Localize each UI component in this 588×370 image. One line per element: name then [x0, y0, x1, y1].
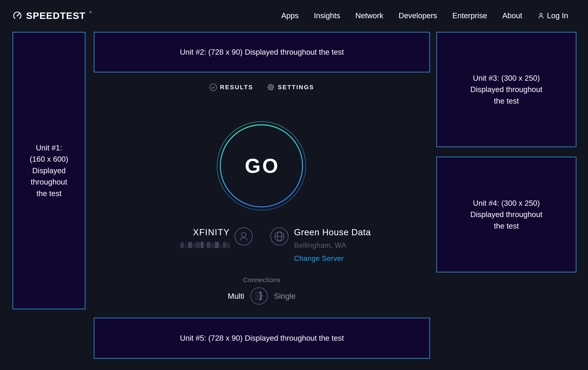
speedtest-logo[interactable]: SPEEDTEST ®: [12, 10, 91, 21]
ad-unit-3[interactable]: Unit #3: (300 x 250) Displayed throughou…: [436, 32, 577, 147]
connections-multi-option[interactable]: Multi: [228, 291, 244, 300]
isp-info: XFINITY: [180, 227, 253, 248]
go-button[interactable]: GO: [216, 121, 306, 211]
nav-item-enterprise[interactable]: Enterprise: [452, 11, 487, 20]
brand-trademark: ®: [89, 11, 92, 14]
tab-settings[interactable]: SETTINGS: [266, 83, 314, 91]
isp-text: XFINITY: [180, 227, 230, 248]
ad-unit-1[interactable]: Unit #1: (160 x 600) Displayed throughou…: [12, 32, 85, 309]
nav-item-apps[interactable]: Apps: [281, 11, 299, 20]
nav-item-about[interactable]: About: [502, 11, 522, 20]
gear-icon: [266, 83, 275, 91]
connections-single-option[interactable]: Single: [274, 291, 296, 300]
server-location: Bellingham, WA: [294, 241, 346, 250]
login-label: Log In: [547, 11, 568, 20]
ad-unit-2[interactable]: Unit #2: (728 x 90) Displayed throughout…: [94, 32, 430, 72]
nav-item-developers[interactable]: Developers: [399, 11, 437, 20]
results-settings-tabs: RESULTS SETTINGS: [209, 83, 314, 91]
login-button[interactable]: Log In: [537, 11, 568, 20]
go-button-label: GO: [216, 121, 306, 211]
tab-results-label: RESULTS: [220, 84, 253, 91]
globe-icon: [270, 227, 289, 246]
check-circle-icon: [209, 83, 217, 91]
connections-toggle-icon[interactable]: [250, 287, 268, 305]
connections-label: Connections: [243, 276, 280, 284]
connections-toggle-row: Multi Single: [228, 287, 296, 305]
server-info: Green House Data Bellingham, WA Change S…: [270, 227, 371, 263]
change-server-link[interactable]: Change Server: [294, 254, 344, 263]
main-nav: Apps Insights Network Developers Enterpr…: [281, 11, 568, 20]
nav-item-insights[interactable]: Insights: [314, 11, 340, 20]
top-nav-bar: SPEEDTEST ® Apps Insights Network Develo…: [0, 0, 588, 31]
ad-unit-4[interactable]: Unit #4: (300 x 250) Displayed throughou…: [436, 157, 577, 272]
speedtest-gauge-icon: [12, 10, 23, 21]
ad-unit-5[interactable]: Unit #5: (728 x 90) Displayed throughout…: [94, 318, 430, 359]
tab-settings-label: SETTINGS: [278, 84, 314, 91]
isp-name: XFINITY: [193, 227, 230, 237]
tab-results[interactable]: RESULTS: [209, 83, 253, 91]
brand-name: SPEEDTEST: [26, 10, 85, 21]
server-text: Green House Data Bellingham, WA Change S…: [294, 227, 371, 263]
server-name: Green House Data: [294, 227, 371, 237]
go-button-area: GO: [216, 121, 306, 211]
user-icon: [537, 12, 545, 19]
redacted-ip-text: [180, 242, 230, 248]
nav-item-network[interactable]: Network: [356, 11, 383, 20]
isp-user-icon: [234, 227, 253, 246]
